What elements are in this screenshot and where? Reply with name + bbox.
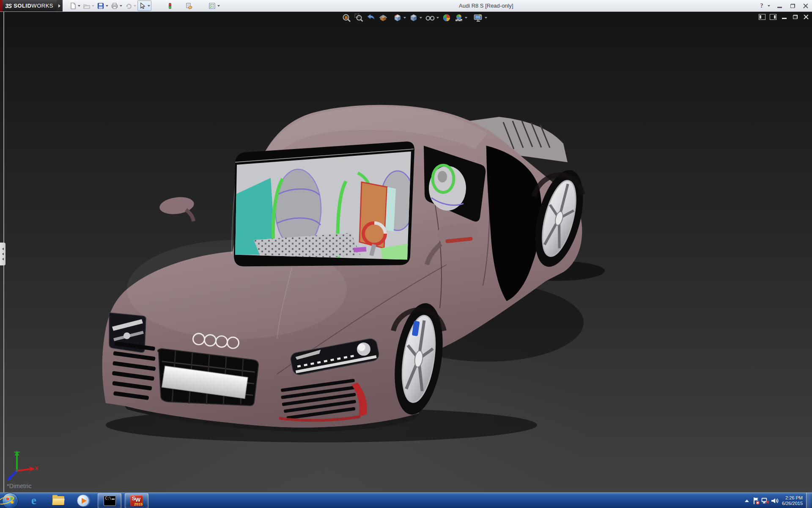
solidworks-menu[interactable]: 3S SOLIDWORKS <box>0 0 63 11</box>
options-checklist-icon <box>208 2 216 10</box>
menu-expand-arrow-icon[interactable] <box>57 0 63 11</box>
show-hidden-icons-button[interactable] <box>742 494 752 507</box>
folder-icon <box>52 496 64 505</box>
titlebar: 3S SOLIDWORKS <box>0 0 812 12</box>
options-button[interactable] <box>207 0 221 11</box>
clock-time: 2:26 PM <box>782 495 803 501</box>
network-disconnected-icon <box>761 497 770 505</box>
traffic-light-icon <box>167 2 173 10</box>
properties-button[interactable] <box>184 0 194 11</box>
new-document-icon <box>69 2 77 10</box>
clock-date: 6/26/2015 <box>782 501 803 506</box>
up-arrow-icon <box>745 500 749 502</box>
taskbar-command-prompt[interactable]: C:\ <box>98 493 121 508</box>
dassault-logo-icon: 3S <box>5 3 11 9</box>
new-document-button[interactable] <box>68 0 82 11</box>
hand-document-icon <box>185 2 193 10</box>
window-title: Audi R8 S [Read-only] <box>459 3 513 9</box>
brand-name: SOLIDWORKS <box>14 3 53 9</box>
help-dropdown-icon[interactable] <box>768 5 770 7</box>
save-button[interactable] <box>96 0 110 11</box>
taskbar-file-explorer[interactable] <box>50 494 66 508</box>
taskbar-media-player[interactable] <box>75 494 91 508</box>
taskbar-solidworks[interactable]: S W 2015 <box>125 493 148 508</box>
solidworks-logo: 3S SOLIDWORKS <box>3 0 57 11</box>
undo-arrow-icon <box>125 2 132 10</box>
minimize-button[interactable] <box>776 2 783 10</box>
open-folder-icon <box>83 2 91 10</box>
left-mirror <box>159 195 197 226</box>
network-status-button[interactable] <box>761 494 770 507</box>
standard-toolbar <box>68 0 221 11</box>
view-orientation-label: *Dimetric <box>7 483 32 489</box>
taskbar-internet-explorer[interactable]: e <box>26 494 42 508</box>
undo-button[interactable] <box>123 0 137 11</box>
media-player-icon <box>77 494 89 507</box>
save-floppy-icon <box>97 2 104 10</box>
volume-button[interactable] <box>770 494 779 507</box>
command-prompt-icon: C:\ <box>104 496 116 506</box>
flag-alert-icon <box>752 497 760 505</box>
printer-icon <box>111 2 118 10</box>
windshield <box>233 141 414 266</box>
internet-explorer-icon: e <box>31 495 36 506</box>
solidworks-2015-icon: S W 2015 <box>130 495 143 506</box>
help-button[interactable]: ? <box>758 2 765 10</box>
print-button[interactable] <box>110 0 123 11</box>
titlebar-window-buttons: ? <box>758 0 809 11</box>
show-desktop-button[interactable] <box>806 493 812 508</box>
restore-button[interactable] <box>789 2 796 10</box>
speaker-icon <box>771 497 779 505</box>
graphics-area[interactable]: *Dimetric <box>0 12 812 492</box>
model-render <box>0 12 812 492</box>
select-cursor-icon <box>139 2 146 10</box>
action-center-button[interactable] <box>752 494 761 507</box>
taskbar-clock[interactable]: 2:26 PM 6/26/2015 <box>782 495 803 506</box>
close-button[interactable] <box>802 2 809 10</box>
open-document-button[interactable] <box>82 0 96 11</box>
system-tray: 2:26 PM 6/26/2015 <box>742 493 812 508</box>
display-states-button[interactable] <box>166 0 174 11</box>
reference-triad <box>3 449 41 485</box>
select-tool-button[interactable] <box>137 0 151 11</box>
windows-taskbar: e C:\ S W 2015 <box>0 492 812 508</box>
interior <box>233 149 414 263</box>
